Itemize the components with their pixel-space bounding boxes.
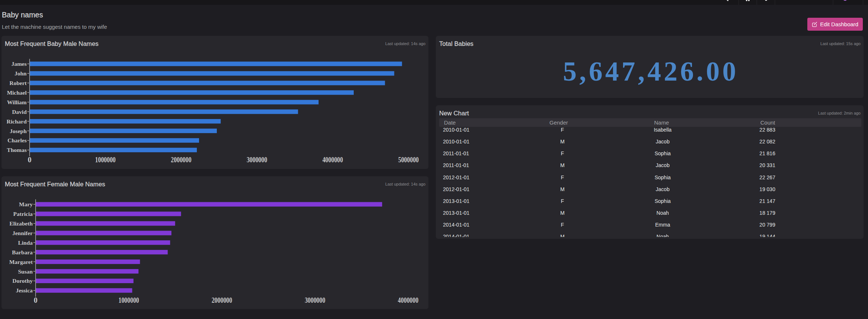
svg-text:0: 0 xyxy=(34,296,37,304)
svg-text:David: David xyxy=(12,109,27,115)
svg-text:2000000: 2000000 xyxy=(212,296,232,304)
svg-text:5000000: 5000000 xyxy=(398,156,419,164)
svg-text:John: John xyxy=(14,70,27,77)
svg-text:4000000: 4000000 xyxy=(398,296,418,304)
svg-text:James: James xyxy=(11,61,27,67)
svg-text:Mary: Mary xyxy=(19,201,33,207)
svg-text:Michael: Michael xyxy=(7,89,27,96)
svg-text:William: William xyxy=(7,99,27,105)
svg-text:Barbara: Barbara xyxy=(12,249,33,255)
svg-text:Dorothy: Dorothy xyxy=(12,278,33,284)
svg-text:Susan: Susan xyxy=(18,268,33,275)
svg-text:0: 0 xyxy=(28,156,31,164)
svg-text:4000000: 4000000 xyxy=(322,156,343,164)
svg-text:3000000: 3000000 xyxy=(305,296,326,304)
svg-text:Joseph: Joseph xyxy=(10,128,27,134)
svg-text:Robert: Robert xyxy=(10,80,27,86)
svg-text:Charles: Charles xyxy=(7,137,27,143)
svg-text:Elizabeth: Elizabeth xyxy=(9,220,33,227)
svg-text:Patricia: Patricia xyxy=(13,211,33,217)
svg-text:2000000: 2000000 xyxy=(171,156,192,164)
svg-text:Richard: Richard xyxy=(7,118,27,125)
svg-text:3000000: 3000000 xyxy=(247,156,268,164)
svg-text:Linda: Linda xyxy=(18,240,33,246)
svg-text:Margaret: Margaret xyxy=(9,259,33,265)
svg-text:1000000: 1000000 xyxy=(95,156,116,164)
svg-text:Thomas: Thomas xyxy=(7,147,27,153)
svg-text:1000000: 1000000 xyxy=(118,296,139,304)
svg-text:Jennifer: Jennifer xyxy=(12,230,33,236)
svg-text:Jessica: Jessica xyxy=(16,287,33,293)
